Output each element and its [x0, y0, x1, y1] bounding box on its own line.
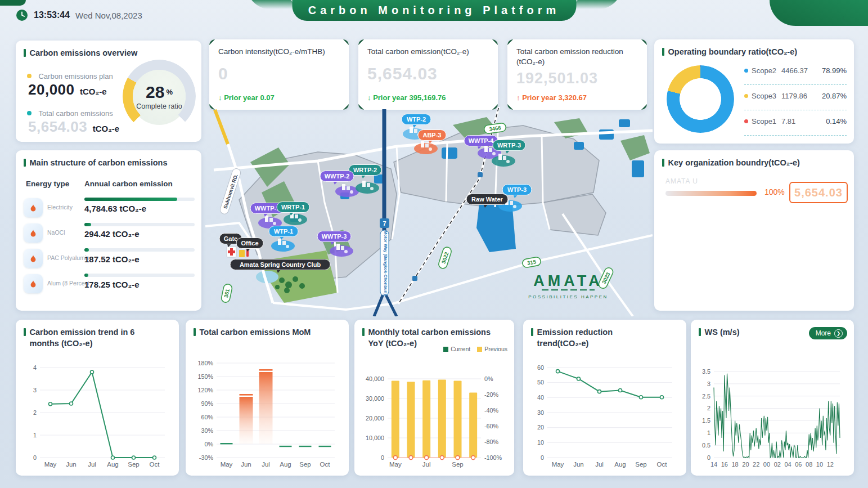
amata-logo: AMATA POSSIBILITIES HAPPEN [528, 272, 608, 299]
mom-chart[interactable]: -30%0%30%60%90%120%150%180%MayJunJulAugS… [193, 357, 340, 470]
svg-text:150%: 150% [197, 373, 213, 380]
scope-value: 1179.86 [781, 92, 807, 100]
energy-name: Alum (8 Percent) [47, 280, 89, 286]
svg-text:Sep: Sep [452, 461, 463, 468]
chart-title: Total carbon emissions MoM [194, 327, 341, 338]
chevron-right-icon: ❯ [834, 329, 843, 338]
energy-bar-track [84, 274, 195, 277]
svg-text:30: 30 [537, 409, 544, 416]
overview-title: Carbon emissions overview [24, 48, 194, 59]
more-button[interactable]: More ❯ [809, 327, 847, 339]
energy-name: NaOCl [47, 229, 89, 236]
svg-text:180%: 180% [197, 360, 213, 366]
svg-text:12: 12 [827, 461, 834, 468]
svg-text:WWTP-1: WWTP-1 [255, 205, 280, 212]
carbon-intensity-card: Carbon intensity(tCO₂-e/mTHB) 0 ↓ Prior … [209, 39, 349, 110]
svg-text:3.5: 3.5 [702, 368, 710, 375]
complete-ratio-gauge: 28% Complete ratio [123, 60, 196, 133]
svg-text:0: 0 [707, 454, 710, 461]
energy-value: 187.52 tCO₂-e [84, 254, 140, 264]
emission-reduction-card: Total carbon emission reduction (tCO₂-e)… [507, 39, 647, 110]
svg-text:-30%: -30% [199, 454, 214, 461]
svg-text:AMATA: AMATA [533, 272, 602, 289]
svg-text:Jun: Jun [241, 461, 251, 468]
svg-text:04: 04 [784, 461, 791, 468]
scope-legend-row: Scope31179.8620.87% [744, 85, 847, 110]
energy-row: Alum (8 Percent)178.25 tCO₂-e [23, 274, 195, 297]
svg-text:3: 3 [707, 380, 710, 387]
yoy-chart[interactable]: 010,00020,00030,00040,000MayJulSep0%-20%… [362, 373, 507, 470]
trend-6-months-chart[interactable]: 01234MayJunJulAugSepOct [23, 362, 170, 470]
svg-text:WTP-1: WTP-1 [274, 228, 293, 235]
svg-text:0%: 0% [204, 441, 213, 447]
svg-text:1: 1 [33, 432, 37, 438]
boundary-title: Operating boundary ratio(tCO₂-e) [662, 47, 846, 58]
road-shield: 3022 [438, 246, 452, 270]
col-annual-emission: Annual carbon emission [84, 180, 173, 188]
svg-text:Jun: Jun [573, 461, 584, 468]
map-marker-wtp-2[interactable]: WTP-2 [402, 114, 431, 128]
flame-icon [29, 229, 37, 237]
legend-item: Current [443, 346, 470, 352]
current-date: Wed Nov,08,2023 [75, 11, 142, 20]
total-label: Total carbon emissions [38, 109, 113, 118]
svg-text:Amata Spring Country Club: Amata Spring Country Club [240, 261, 321, 268]
reduction-trend-chart[interactable]: 0102030405060MayJunJulAugSepOct [530, 362, 678, 470]
scope-dot [744, 119, 748, 123]
stat-delta: ↓ Prior year 0.07 [218, 93, 275, 102]
legend-item: Previous [477, 346, 507, 352]
svg-text:2: 2 [707, 405, 710, 411]
org-progress-bar [665, 191, 757, 196]
svg-text:Jun: Jun [66, 461, 77, 468]
stat-delta: ↓ Prior year 395,169.76 [367, 93, 446, 102]
svg-text:WTP-3: WTP-3 [507, 186, 527, 193]
yoy-legend: CurrentPrevious [443, 346, 507, 352]
stat-value: 192,501.03 [516, 70, 598, 87]
svg-text:20: 20 [537, 424, 544, 431]
svg-text:Oct: Oct [320, 461, 331, 468]
energy-row: PAC Polyaluminiu...187.52 tCO₂-e [23, 248, 195, 272]
sukhumvit-road [215, 110, 228, 144]
svg-text:Oct: Oct [657, 461, 668, 468]
svg-text:3: 3 [33, 387, 37, 393]
energy-icon-tile [24, 274, 43, 293]
energy-value: 178.25 tCO₂-e [84, 280, 140, 289]
mom-card: Total carbon emissions MoM -30%0%30%60%9… [186, 320, 349, 476]
svg-text:Aug: Aug [614, 461, 626, 468]
stat-value: 0 [218, 64, 228, 83]
current-time: 13:53:44 [34, 10, 70, 20]
svg-text:-80%: -80% [484, 438, 499, 445]
svg-text:0: 0 [33, 454, 37, 461]
gauge-value: 28 [146, 83, 164, 101]
svg-text:May: May [552, 461, 564, 468]
svg-text:Jul: Jul [595, 461, 604, 468]
sukhumvit-label: Sukhumvit RD. [219, 168, 241, 216]
svg-text:POSSIBILITIES HAPPEN: POSSIBILITIES HAPPEN [528, 294, 608, 299]
svg-text:Motor Way (Bangkok-Chonburi): Motor Way (Bangkok-Chonburi) [383, 231, 388, 296]
stat-title: Total carbon emission reduction (tCO₂-e) [516, 47, 640, 67]
svg-text:2: 2 [33, 409, 37, 416]
plan-unit: tCO₂-e [80, 87, 107, 96]
industrial-estate-map[interactable]: Sukhumvit RD. 7 Motor Way (Bangkok-Chonb… [205, 107, 653, 316]
flame-icon [29, 280, 37, 288]
svg-text:1.5: 1.5 [702, 417, 710, 424]
total-emission-card: Total carbon emission(tCO₂-e) 5,654.03 ↓… [358, 39, 498, 110]
svg-text:May: May [44, 461, 57, 468]
svg-text:10: 10 [816, 461, 823, 468]
ws-chart[interactable]: 00.511.522.533.5141618202200020406081012 [698, 366, 845, 470]
svg-text:Jul: Jul [262, 461, 270, 468]
svg-text:Sep: Sep [635, 461, 646, 468]
svg-text:May: May [389, 461, 402, 468]
total-unit: tCO₂-e [93, 124, 120, 133]
scope-name: Scope3 [752, 92, 776, 100]
svg-text:10: 10 [537, 439, 544, 446]
svg-text:Aug: Aug [107, 461, 118, 468]
scope-name: Scope2 [752, 66, 776, 75]
chart-title: Carbon emission trend in 6 months (tCO₂-… [24, 327, 161, 349]
svg-text:Oct: Oct [150, 461, 160, 468]
svg-text:02: 02 [774, 461, 781, 468]
energy-name: Electricity [47, 204, 89, 211]
flame-icon [29, 254, 37, 262]
total-dot [27, 111, 32, 115]
scope-donut-chart [667, 65, 734, 133]
